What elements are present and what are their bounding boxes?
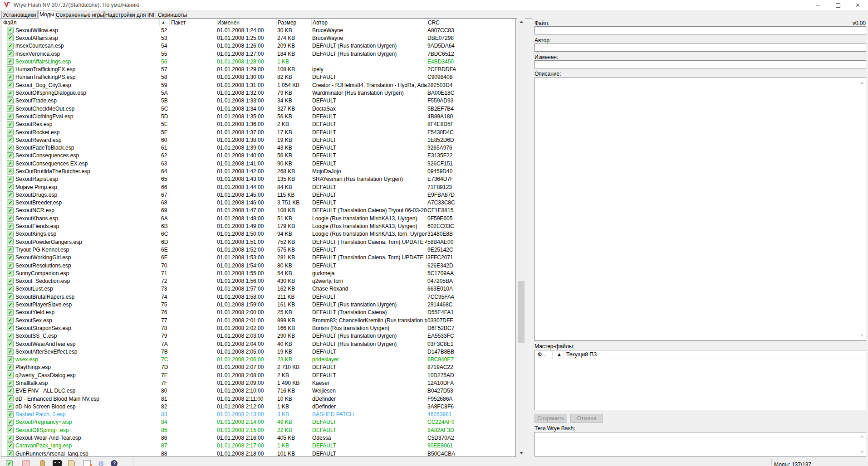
table-row[interactable]: ✓ CaravanPack_lang.esp 87 01.01.2008 2:1… <box>1 442 515 450</box>
table-row[interactable]: ✓ GunRunnersArsenal_lang.esp 88 01.01.20… <box>1 450 515 457</box>
scrollbar-thumb[interactable] <box>518 281 525 343</box>
chevron-up-icon[interactable] <box>860 435 864 437</box>
table-row[interactable]: ✓ EVE FNV - ALL DLC.esp 80 01.01.2008 2:… <box>1 387 515 395</box>
table-row[interactable]: ✓ SexoutAffairs.esp 53 01.01.2008 1:25:0… <box>1 34 515 42</box>
mod-checkbox-icon[interactable]: ✓ <box>7 270 14 277</box>
mod-checkbox-icon[interactable]: ✓ <box>7 58 14 65</box>
table-row[interactable]: ✓ SexoutDrugs.esp 67 01.01.2008 1:45:00 … <box>1 191 515 199</box>
mod-checkbox-icon[interactable]: ✓ <box>7 380 14 387</box>
table-row[interactable]: ✓ wsex.esp 7C 01.01.2008 2:06:00 23 KB p… <box>1 355 515 363</box>
green-checkbox-icon[interactable]: ✓ <box>6 460 13 466</box>
table-row[interactable]: ✓ Sexout-Wear-And-Tear.esp 86 01.01.2008… <box>1 434 515 442</box>
mod-checkbox-icon[interactable]: ✓ <box>7 450 14 457</box>
table-row[interactable]: ✓ SexoutConsequences EX.esp 63 01.01.200… <box>1 160 515 167</box>
scroll-down-icon[interactable] <box>517 449 525 457</box>
mod-checkbox-icon[interactable]: ✓ <box>7 105 14 112</box>
table-row[interactable]: ✓ dD - Enhanced Blood Main NV.esp 81 01.… <box>1 395 515 403</box>
mod-checkbox-icon[interactable]: ✓ <box>7 286 14 292</box>
mod-checkbox-icon[interactable]: ✓ <box>7 168 14 175</box>
mod-checkbox-icon[interactable]: ✓ <box>7 419 14 426</box>
mod-checkbox-icon[interactable]: ✓ <box>7 43 14 49</box>
mod-checkbox-icon[interactable]: ✓ <box>7 325 14 331</box>
table-row[interactable]: ✓ SexoutRex.esp 5E 01.01.2008 1:36:00 2 … <box>1 121 515 128</box>
mod-checkbox-icon[interactable]: ✓ <box>7 238 14 245</box>
file-input[interactable] <box>535 26 866 34</box>
table-row[interactable]: ✓ SexoutBreeder.esp 68 01.01.2008 1:46:0… <box>1 199 515 207</box>
table-row[interactable]: ✓ SexoutRocket.esp 5F 01.01.2008 1:37:00… <box>1 128 515 136</box>
bash-tags-textarea[interactable] <box>535 432 866 456</box>
mod-checkbox-icon[interactable]: ✓ <box>7 82 14 88</box>
masters-column-file[interactable]: Ф... <box>535 350 552 359</box>
table-row[interactable]: ✓ SexoutAfterSexEffect.esp 7B 01.01.2008… <box>1 348 515 355</box>
mod-checkbox-icon[interactable]: ✓ <box>7 309 14 316</box>
table-row[interactable]: ✓ Bashed Patch, 0.esp 83 01.01.2008 2:13… <box>1 411 515 418</box>
mod-checkbox-icon[interactable]: ✓ <box>7 278 14 285</box>
tab-screenshots[interactable]: Скриншоты <box>156 11 189 18</box>
blue-gear-icon[interactable]: ⚙ <box>98 460 104 466</box>
table-row[interactable]: ✓ Playthings.esp 7D 01.01.2008 2:07:00 2… <box>1 364 515 371</box>
mod-checkbox-icon[interactable]: ✓ <box>7 435 14 442</box>
mod-checkbox-icon[interactable]: ✓ <box>7 246 14 253</box>
tab-ini-edits[interactable]: Надстройки для INI <box>104 11 155 18</box>
mod-checkbox-icon[interactable]: ✓ <box>7 74 14 81</box>
mod-checkbox-icon[interactable]: ✓ <box>7 372 14 379</box>
table-row[interactable]: ✓ SexoutConsequences.esp 62 01.01.2008 1… <box>1 152 515 160</box>
mod-checkbox-icon[interactable]: ✓ <box>7 442 14 449</box>
table-row[interactable]: ✓ SexoutFiends.esp 6B 01.01.2008 1:49:00… <box>1 222 515 230</box>
table-row[interactable]: ✓ msexVeronica.esp 55 01.01.2008 1:27:00… <box>1 50 515 58</box>
mod-checkbox-icon[interactable]: ✓ <box>7 301 14 308</box>
table-row[interactable]: ✓ SexoutStraponSex.esp 78 01.01.2008 2:0… <box>1 324 515 332</box>
mod-checkbox-icon[interactable]: ✓ <box>7 262 14 269</box>
table-row[interactable]: ✓ q2werty_CassDialog.esp 7E 01.01.2008 2… <box>1 371 515 379</box>
table-row[interactable]: ✓ dD-No Screen Blood.esp 82 01.01.2008 2… <box>1 403 515 410</box>
chevron-down-icon[interactable] <box>860 451 864 453</box>
mod-checkbox-icon[interactable]: ✓ <box>7 333 14 340</box>
mod-checkbox-icon[interactable]: ✓ <box>7 231 14 238</box>
table-row[interactable]: ✓ SexoutOffspringDialogue.esp 5A 01.01.2… <box>1 89 515 97</box>
tab-saves[interactable]: Сохраненные игры <box>56 11 104 18</box>
mod-checkbox-icon[interactable]: ✓ <box>7 97 14 104</box>
mod-checkbox-icon[interactable]: ✓ <box>7 160 14 167</box>
column-header-file[interactable]: Файл <box>1 19 159 26</box>
table-row[interactable]: ✓ SexoutSS_C.esp 79 01.01.2008 2:03:00 2… <box>1 332 515 340</box>
mod-checkbox-icon[interactable]: ✓ <box>7 317 14 324</box>
mod-checkbox-icon[interactable]: ✓ <box>7 254 14 261</box>
table-row[interactable]: ✓ SexoutLust.esp 73 01.01.2008 1:57:00 1… <box>1 285 515 293</box>
table-row[interactable]: ✓ SexoutBrutalRapers.esp 74 01.01.2008 1… <box>1 293 515 301</box>
column-header-author[interactable]: Автор <box>311 19 427 26</box>
table-row[interactable]: ✓ SexOutBrutildaTheButcher.esp 64 01.01.… <box>1 167 515 175</box>
tab-installers[interactable]: Установщики <box>1 11 38 18</box>
minimize-icon[interactable] <box>808 0 828 10</box>
table-row[interactable]: ✓ Sexout_Dog_City3.esp 59 01.01.2008 1:3… <box>1 81 515 89</box>
mod-checkbox-icon[interactable]: ✓ <box>7 152 14 159</box>
mod-checkbox-icon[interactable]: ✓ <box>7 136 14 143</box>
restore-icon[interactable] <box>828 0 848 10</box>
mod-checkbox-icon[interactable]: ✓ <box>7 34 14 41</box>
mod-checkbox-icon[interactable]: ✓ <box>7 113 14 120</box>
mod-checkbox-icon[interactable]: ✓ <box>7 184 14 190</box>
mod-checkbox-icon[interactable]: ✓ <box>7 50 14 57</box>
close-icon[interactable]: ✕ <box>848 0 868 10</box>
table-row[interactable]: ✓ SexoutKings.esp 6C 01.01.2008 1:50:00 … <box>1 230 515 238</box>
chevron-up-icon[interactable] <box>860 82 864 84</box>
mod-checkbox-icon[interactable]: ✓ <box>7 348 14 355</box>
table-row[interactable]: ✓ Tryout-PG Kennel.esp 6E 01.01.2008 1:5… <box>1 246 515 253</box>
parchment-doc-icon[interactable] <box>68 460 75 466</box>
mod-checkbox-icon[interactable]: ✓ <box>7 90 14 97</box>
table-row[interactable]: ✓ SexoutResolutions.esp 70 01.01.2008 1:… <box>1 262 515 269</box>
table-row[interactable]: ✓ SexoutOffSpring+.esp 85 01.01.2008 2:1… <box>1 426 515 434</box>
column-header-load-order[interactable]: ▲ <box>159 19 169 26</box>
table-row[interactable]: ✓ SexoutWearAndTear.esp 7A 01.01.2008 2:… <box>1 340 515 348</box>
table-row[interactable]: ✓ Sexout_Seduction.esp 72 01.01.2008 1:5… <box>1 277 515 285</box>
scroll-up-icon[interactable] <box>517 18 525 26</box>
mods-table-scrollbar[interactable] <box>517 18 525 457</box>
cancel-button[interactable]: Отмена <box>570 414 603 423</box>
mod-checkbox-icon[interactable]: ✓ <box>7 207 14 214</box>
mod-checkbox-icon[interactable]: ✓ <box>7 176 14 183</box>
table-row[interactable]: ✓ Smalltalk.esp 7F 01.01.2008 2:09:00 1 … <box>1 379 515 387</box>
column-header-size[interactable]: Размер <box>276 19 311 26</box>
black-monitor-icon[interactable] <box>53 460 62 466</box>
mod-checkbox-icon[interactable]: ✓ <box>7 129 14 136</box>
table-row[interactable]: ✓ SexoutPowderGangers.esp 6D 01.01.2008 … <box>1 238 515 246</box>
table-row[interactable]: ✓ SexoutPregnancy+.esp 84 01.01.2008 2:1… <box>1 418 515 426</box>
